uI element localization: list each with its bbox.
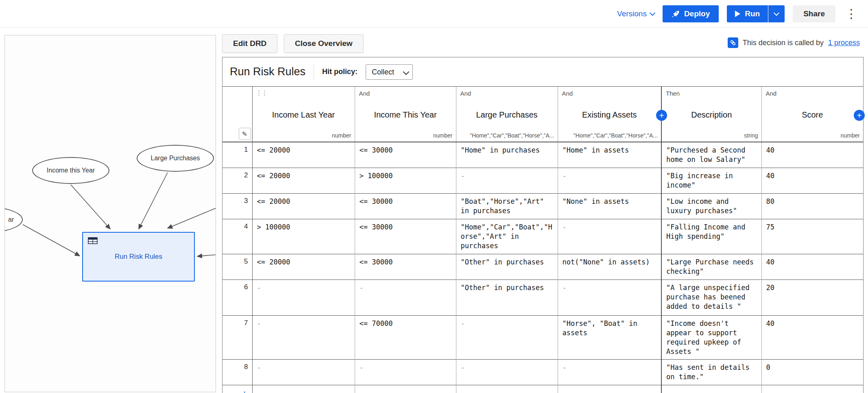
called-by-text: This decision is called by [743, 39, 824, 47]
cell-existing-assets[interactable]: "Home" in assets [558, 142, 661, 168]
cell-description[interactable]: "Has sent in details on time." [661, 360, 761, 385]
kebab-menu-icon[interactable]: ⋮ [844, 8, 859, 20]
node-label: Income this Year [47, 167, 95, 174]
cell-income-this-year[interactable]: > 100000 [355, 168, 456, 193]
hit-policy-label: Hit policy: [322, 68, 358, 76]
cell-income-this-year[interactable]: <= 30000 [355, 219, 456, 254]
cell-score[interactable]: 75 [761, 219, 863, 254]
cell-income-this-year[interactable]: <= 30000 [355, 142, 456, 168]
rocket-icon [672, 10, 680, 18]
column-header-income-last-year[interactable]: ⋮⋮ Income Last Year number [252, 87, 355, 142]
rule-number[interactable]: 5 [222, 254, 252, 279]
cell-score[interactable]: 40 [761, 315, 863, 360]
cell-large-purchases[interactable]: "Other" in purchases [456, 279, 558, 315]
cell-description[interactable]: "Income doesn't appear to support requir… [661, 315, 761, 360]
cell-large-purchases[interactable]: - [456, 315, 558, 360]
cell-income-this-year[interactable]: - [355, 360, 456, 385]
close-overview-button[interactable]: Close Overview [284, 34, 364, 53]
cell-description[interactable]: "A large unspecified purchase has beened… [661, 279, 761, 315]
rule-number[interactable]: 4 [222, 219, 252, 254]
versions-dropdown[interactable]: Versions [617, 9, 654, 18]
deploy-button[interactable]: Deploy [663, 5, 719, 22]
cell-existing-assets[interactable]: - [558, 360, 661, 385]
cell-income-last-year[interactable]: <= 20000 [252, 168, 355, 193]
add-output-column-button[interactable]: + [854, 110, 865, 121]
cell-income-last-year[interactable]: - [252, 315, 355, 360]
add-rule-row: + - - - - - - [222, 385, 863, 393]
input-node-income-this-year[interactable]: Income this Year [32, 157, 109, 184]
add-rule-placeholder[interactable]: - [252, 385, 355, 393]
cell-large-purchases[interactable]: "Home" in purchases [456, 142, 558, 168]
add-rule-button[interactable]: + [222, 385, 252, 393]
node-label: ar [8, 216, 14, 223]
share-button[interactable]: Share [793, 5, 835, 22]
column-header-large-purchases[interactable]: And Large Purchases "Home","Car","Boat",… [456, 87, 558, 142]
rule-number[interactable]: 3 [222, 193, 252, 219]
rule-number[interactable]: 2 [222, 168, 252, 193]
add-rule-placeholder[interactable]: - [355, 385, 456, 393]
column-label: Description [662, 110, 761, 120]
cell-score[interactable]: 40 [761, 168, 863, 193]
rule-row-4: 4 > 100000 <= 30000 "Home","Car","Boat",… [222, 219, 863, 254]
cell-score[interactable]: 80 [761, 193, 863, 219]
called-by-process-link[interactable]: 1 process [828, 39, 860, 47]
cell-existing-assets[interactable]: - [558, 168, 661, 193]
rule-number[interactable]: 6 [222, 279, 252, 315]
cell-large-purchases[interactable]: - [456, 360, 558, 385]
column-header-score[interactable]: And Score number [761, 87, 863, 142]
cell-existing-assets[interactable]: - [558, 279, 661, 315]
table-header-row: ✎ ⋮⋮ Income Last Year number And Income … [222, 87, 863, 142]
column-header-income-this-year[interactable]: And Income This Year number [355, 87, 456, 142]
cell-large-purchases[interactable]: - [456, 168, 558, 193]
hit-policy-select[interactable]: Collect [366, 64, 413, 80]
chevron-down-icon [650, 10, 655, 15]
cell-income-last-year[interactable]: <= 20000 [252, 254, 355, 279]
edit-drd-button[interactable]: Edit DRD [222, 34, 277, 53]
cell-income-this-year[interactable]: <= 30000 [355, 193, 456, 219]
cell-income-this-year[interactable]: <= 70000 [355, 315, 456, 360]
cell-income-this-year[interactable]: <= 30000 [355, 254, 456, 279]
edit-annotations-button[interactable]: ✎ [239, 128, 251, 140]
rule-number[interactable]: 8 [222, 360, 252, 385]
column-type: "Home","Car","Boat","Horse","A... [560, 132, 658, 139]
cell-income-last-year[interactable]: > 100000 [252, 219, 355, 254]
add-rule-placeholder[interactable]: - [661, 385, 761, 393]
cell-existing-assets[interactable]: "Horse", "Boat" in assets [558, 315, 661, 360]
run-button[interactable]: Run [727, 5, 768, 22]
input-node-large-purchases[interactable]: Large Purchases [137, 145, 214, 172]
cell-income-this-year[interactable]: - [355, 279, 456, 315]
cell-description[interactable]: "Low income and luxury purchases" [661, 193, 761, 219]
decision-node-run-risk-rules[interactable]: Run Risk Rules [82, 232, 195, 282]
run-options-button[interactable] [768, 5, 785, 22]
rule-row-6: 6 - - "Other" in purchases - "A large un… [222, 279, 863, 315]
cell-income-last-year[interactable]: - [252, 360, 355, 385]
cell-income-last-year[interactable]: <= 20000 [252, 193, 355, 219]
cell-score[interactable]: 0 [761, 360, 863, 385]
cell-existing-assets[interactable]: not("None" in assets) [558, 254, 661, 279]
column-header-existing-assets[interactable]: And Existing Assets "Home","Car","Boat",… [558, 87, 661, 142]
cell-existing-assets[interactable]: "None" in assets [558, 193, 661, 219]
add-rule-placeholder[interactable]: - [558, 385, 661, 393]
rule-number[interactable]: 7 [222, 315, 252, 360]
cell-description[interactable]: "Large Purchase needs checking" [661, 254, 761, 279]
add-rule-placeholder[interactable]: - [456, 385, 558, 393]
cell-income-last-year[interactable]: - [252, 279, 355, 315]
column-header-description[interactable]: Then Description string [661, 87, 761, 142]
cell-income-last-year[interactable]: <= 20000 [252, 142, 355, 168]
cell-existing-assets[interactable]: - [558, 219, 661, 254]
add-input-column-button[interactable]: + [656, 110, 667, 121]
cell-large-purchases[interactable]: "Home","Car","Boat","Horse","Art" in pur… [456, 219, 558, 254]
cell-description[interactable]: "Big increase in income" [661, 168, 761, 193]
rule-number[interactable]: 1 [222, 142, 252, 168]
drd-canvas[interactable]: Income this Year Large Purchases ar Run … [4, 35, 216, 392]
cell-large-purchases[interactable]: "Other" in purchases [456, 254, 558, 279]
cell-score[interactable]: 40 [761, 254, 863, 279]
cell-large-purchases[interactable]: "Boat","Horse","Art" in purchases [456, 193, 558, 219]
cell-description[interactable]: "Falling Income and High spending" [661, 219, 761, 254]
cell-score[interactable]: 40 [761, 142, 863, 168]
drag-handle-icon[interactable]: ⋮⋮ [256, 89, 267, 97]
cell-score[interactable]: 20 [761, 279, 863, 315]
decision-table-title[interactable]: Run Risk Rules [230, 66, 305, 78]
cell-description[interactable]: "Purchesed a Second home on low Salary" [661, 142, 761, 168]
add-rule-placeholder[interactable]: - [761, 385, 863, 393]
